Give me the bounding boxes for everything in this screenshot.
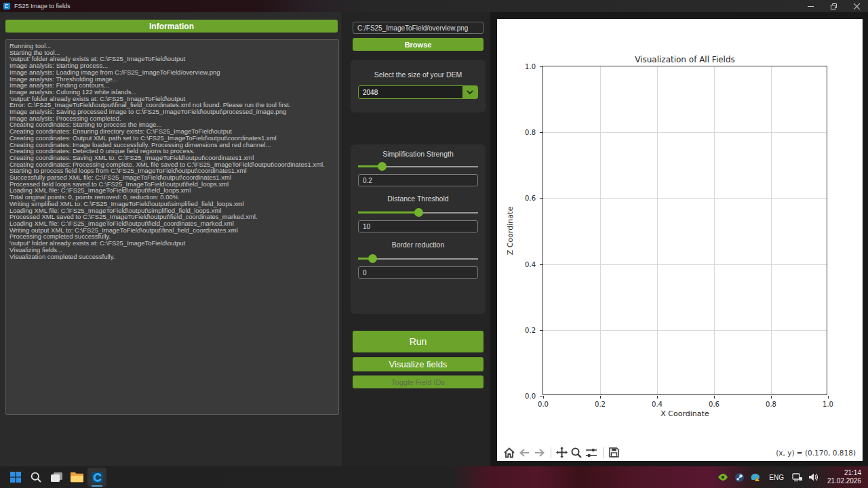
x-tick-label: 0.2 xyxy=(595,401,606,408)
back-arrow-icon[interactable] xyxy=(517,446,531,460)
tray-warning-icon[interactable] xyxy=(749,471,762,483)
x-tick-mark xyxy=(600,396,601,399)
gridline xyxy=(714,66,715,394)
clock-time: 21:14 xyxy=(827,469,861,477)
x-tick-mark xyxy=(828,396,829,399)
network-tray-icon[interactable] xyxy=(791,471,804,483)
gridline xyxy=(657,66,658,394)
slider-knob[interactable] xyxy=(378,162,387,171)
x-tick-label: 0.6 xyxy=(709,401,719,408)
matplotlib-toolbar: (x, y) = (0.170, 0.818) xyxy=(497,444,863,461)
task-view-icon[interactable] xyxy=(47,468,66,487)
gridline xyxy=(543,330,827,331)
y-tick-mark xyxy=(540,330,542,331)
chart-title: Visualization of All Fields xyxy=(542,55,827,64)
simplification-strength-value-input[interactable] xyxy=(358,174,478,186)
dem-size-select[interactable]: 2048 xyxy=(358,85,478,99)
windows-taskbar: ENG 21:14 21.02.2026 xyxy=(0,466,868,488)
minimize-button[interactable] xyxy=(799,0,822,12)
chart-axes[interactable]: 0.00.20.40.60.81.00.00.20.40.60.81.0 xyxy=(542,66,827,395)
visualize-fields-button[interactable]: Visualize fields xyxy=(353,357,484,371)
image-path-input[interactable] xyxy=(353,22,484,34)
taskbar-clock[interactable]: 21:14 21.02.2026 xyxy=(827,469,861,485)
zoom-icon[interactable] xyxy=(570,446,583,460)
language-indicator[interactable]: ENG xyxy=(769,474,784,481)
gridline xyxy=(771,66,772,394)
cursor-coordinates-readout: (x, y) = (0.170, 0.818) xyxy=(776,449,856,457)
toolbar-separator xyxy=(551,447,551,458)
border-reduction-slider[interactable] xyxy=(358,254,478,264)
information-column: Information Running tool...Starting the … xyxy=(0,12,342,466)
matplotlib-figure: Visualization of All Fields 0.00.20.40.6… xyxy=(497,19,863,461)
slider-knob[interactable] xyxy=(414,208,423,217)
toolbar-separator xyxy=(603,447,604,458)
x-tick-label: 0.8 xyxy=(766,401,776,408)
forward-arrow-icon[interactable] xyxy=(532,446,546,460)
taskbar-app-fs25-tool[interactable] xyxy=(87,468,106,487)
y-tick-mark xyxy=(540,66,542,67)
distance-threshold-label: Distance Threshold xyxy=(351,195,486,203)
dem-size-panel: Select the size of your DEM 2048 xyxy=(351,60,486,113)
volume-tray-icon[interactable] xyxy=(808,471,820,483)
y-axis-label: Z Coordinate xyxy=(506,66,515,396)
home-icon[interactable] xyxy=(502,446,516,460)
log-output[interactable]: Running tool...Starting the tool...'outp… xyxy=(5,39,339,415)
start-button[interactable] xyxy=(6,468,25,487)
slider-fill xyxy=(358,211,418,214)
y-tick-label: 0.0 xyxy=(525,392,536,400)
subplots-config-icon[interactable] xyxy=(585,446,598,460)
gridline xyxy=(543,132,827,133)
simplification-strength-label: Simplification Strength xyxy=(351,150,486,158)
border-reduction-label: Border reduction xyxy=(351,241,486,249)
y-tick-mark xyxy=(540,132,542,133)
run-button[interactable]: Run xyxy=(353,331,484,352)
simplification-strength-slider[interactable] xyxy=(358,162,478,171)
gridline xyxy=(543,198,827,199)
x-tick-mark xyxy=(543,396,544,399)
close-button[interactable] xyxy=(845,0,868,12)
controls-column: Browse Select the size of your DEM 2048 … xyxy=(343,12,490,466)
pan-icon[interactable] xyxy=(555,446,568,460)
restore-button[interactable] xyxy=(822,0,845,12)
y-tick-mark xyxy=(540,264,542,265)
y-tick-label: 0.4 xyxy=(525,260,536,268)
save-icon[interactable] xyxy=(607,446,620,460)
toggle-field-ids-button[interactable]: Toggle Field IDs xyxy=(353,375,484,388)
information-header: Information xyxy=(5,20,338,33)
gridline xyxy=(600,66,601,394)
dem-size-selected-value: 2048 xyxy=(363,89,378,96)
distance-threshold-slider[interactable] xyxy=(358,208,478,218)
app-window: Information Running tool...Starting the … xyxy=(0,12,868,466)
gridline xyxy=(543,264,827,265)
x-axis-label: X Coordinate xyxy=(542,409,827,418)
browse-button[interactable]: Browse xyxy=(353,38,484,51)
app-icon xyxy=(3,3,10,9)
chevron-down-icon xyxy=(462,86,477,98)
y-tick-mark xyxy=(540,396,542,396)
y-tick-label: 1.0 xyxy=(525,63,536,70)
y-tick-label: 0.8 xyxy=(525,129,536,136)
x-tick-mark xyxy=(714,396,715,399)
x-tick-label: 0.4 xyxy=(652,401,663,408)
search-icon[interactable] xyxy=(26,468,45,487)
border-reduction-value-input[interactable] xyxy=(358,266,478,279)
tray-steam-icon[interactable] xyxy=(733,471,745,483)
y-tick-mark xyxy=(540,198,542,199)
plot-column: Visualization of All Fields 0.00.20.40.6… xyxy=(490,12,868,466)
x-tick-mark xyxy=(657,396,658,399)
slider-knob[interactable] xyxy=(368,254,377,263)
y-tick-label: 0.2 xyxy=(525,326,536,333)
dem-size-label: Select the size of your DEM xyxy=(351,70,486,79)
file-explorer-icon[interactable] xyxy=(67,468,86,487)
sliders-panel: Simplification StrengthDistance Threshol… xyxy=(351,144,486,314)
clock-date: 21.02.2026 xyxy=(827,477,861,485)
y-tick-label: 0.6 xyxy=(525,195,536,202)
tray-nvidia-icon[interactable] xyxy=(717,471,729,483)
x-tick-mark xyxy=(771,396,772,399)
window-title: FS25 Image to fields xyxy=(14,3,71,9)
log-line: Visualization completed successfully. xyxy=(9,253,335,260)
x-tick-label: 0.0 xyxy=(538,401,549,408)
x-tick-label: 1.0 xyxy=(823,401,833,408)
title-bar: FS25 Image to fields xyxy=(0,0,868,12)
distance-threshold-value-input[interactable] xyxy=(358,220,478,232)
